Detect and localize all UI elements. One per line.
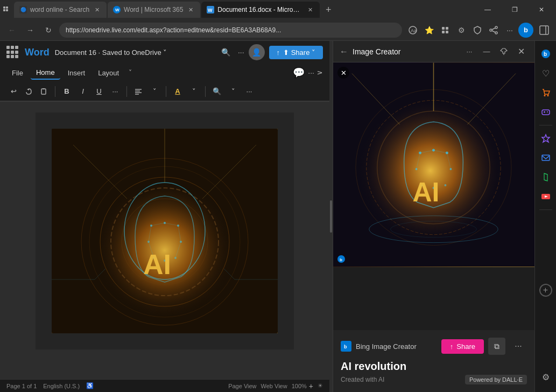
doc-image[interactable]: AI [52,129,278,333]
menu-file[interactable]: File [6,67,29,79]
sidebar-icon-games[interactable] [537,103,554,121]
panel-back-button[interactable]: ← [340,47,348,57]
shield-icon[interactable] [470,23,485,38]
brightness-icon[interactable]: ☀ [318,382,323,389]
panel-share-button[interactable]: ↑ Share [441,339,484,354]
sidebar-toggle[interactable] [537,23,552,38]
bold-button[interactable]: B [60,85,74,99]
share-button[interactable]: ↑ ⬆ Share ˅ [269,46,323,59]
svg-text:b: b [344,344,347,349]
sidebar-icon-copilot[interactable]: b [537,45,554,62]
minimize-button[interactable]: — [475,2,500,18]
tab-bar-right: — ❐ ✕ [475,2,554,18]
svg-point-92 [547,111,548,113]
align-dropdown[interactable]: ˅ [147,85,161,99]
doc-page: AI [36,113,294,349]
bing-copilot-icon[interactable]: b [518,23,533,38]
underline-button[interactable]: U [92,85,106,99]
clipboard-button[interactable] [37,85,51,99]
image-creator-panel: ← Image Creator ··· — ✕ [333,41,534,392]
web-view-btn[interactable]: Web View [261,383,287,389]
font-color-button[interactable]: A [171,85,185,99]
sidebar-icon-youtube[interactable] [537,188,554,205]
maximize-button[interactable]: ❐ [502,2,527,18]
zoom-level: 100% [292,383,307,389]
panel-more-button[interactable]: ··· [462,45,476,59]
comment-button[interactable]: 💬 [293,67,305,79]
font-color-dropdown[interactable]: ˅ [187,85,201,99]
panel-header-actions: ··· — ✕ [462,45,528,59]
find-button[interactable]: 🔍 [210,85,224,99]
new-tab-button[interactable]: + [321,2,336,17]
address-bar: ← → ↻ Aa ⭐ ⚙ ··· b [0,19,556,41]
tab-close-3[interactable]: ✕ [306,5,314,14]
star-icon[interactable]: ⭐ [421,23,437,38]
sidebar-icon-shopping[interactable] [537,84,554,101]
panel-close-button[interactable]: ✕ [514,45,528,59]
tab-document16[interactable]: W Document 16.docx - Microsoft W... ✕ [201,2,320,18]
svg-line-17 [492,28,495,30]
sidebar-icon-favorites[interactable]: ♡ [537,65,554,82]
separator-3 [166,86,166,97]
tab-close-2[interactable]: ✕ [186,5,195,14]
svg-text:Aa: Aa [411,28,417,33]
sidebar-settings-icon[interactable]: ⚙ [537,368,554,386]
panel-minimize-button[interactable]: — [480,45,494,59]
more-format-button[interactable]: ··· [108,85,122,99]
redo-button[interactable] [22,85,36,99]
refresh-button[interactable]: ↻ [41,23,56,38]
svg-text:b: b [340,257,342,262]
address-input[interactable] [59,23,402,38]
sidebar-icon-mail[interactable] [537,149,554,166]
panel-ai-image[interactable]: AI ✕ b [333,62,534,267]
sidebar-add-button[interactable]: + [539,284,552,297]
tab-word-search[interactable]: 🔵 word online - Search ✕ [14,2,107,18]
panel-title: Image Creator [353,47,458,56]
panel-pin-button[interactable] [497,45,511,59]
back-button[interactable]: ← [4,23,19,38]
svg-point-93 [547,113,547,113]
svg-point-67 [449,168,452,170]
more-options-button[interactable]: ··· [238,48,244,57]
close-window-button[interactable]: ✕ [529,2,554,18]
italic-button[interactable]: I [76,85,90,99]
page-view-btn[interactable]: Page View [228,383,256,389]
menu-more[interactable]: ˅ [129,69,132,76]
menu-layout[interactable]: Layout [93,67,124,79]
close-image-button[interactable]: ✕ [337,67,349,79]
menu-insert[interactable]: Insert [62,67,91,79]
apps-grid-icon[interactable] [6,46,19,59]
window-grid-icon[interactable] [2,5,11,14]
word-header: Word Document 16 · Saved to OneDrive ˅ 🔍… [0,41,329,102]
more-tools-button[interactable]: ··· [242,85,256,99]
undo-button[interactable]: ↩ [6,85,20,99]
panel-options-button[interactable]: ··· [510,338,527,355]
doc-title[interactable]: Document 16 · Saved to OneDrive ˅ [55,48,167,57]
editor-more-button[interactable]: ··· [308,68,314,77]
align-button[interactable] [131,85,145,99]
profile-icon[interactable]: Aa [405,23,420,38]
find-dropdown[interactable]: ˅ [226,85,240,99]
zoom-in-button[interactable]: + [309,382,313,390]
scrollbar-thumb[interactable] [330,200,332,233]
extension-icon[interactable] [438,23,453,38]
share-icon: ↑ [277,48,280,57]
sidebar-icon-maps[interactable] [537,169,554,186]
share-browser-icon[interactable] [486,23,501,38]
forward-button[interactable]: → [23,23,38,38]
svg-rect-2 [3,9,5,11]
panel-copy-button[interactable]: ⧉ [488,338,505,355]
tab-microsoft365[interactable]: W Word | Microsoft 365 ✕ [108,2,200,18]
svg-line-96 [544,180,547,181]
menu-home[interactable]: Home [31,66,60,80]
settings-icon[interactable]: ⚙ [454,23,469,38]
sidebar-icon-copilot2[interactable] [537,130,554,147]
search-button[interactable]: 🔍 [219,45,234,60]
more-browser-icon[interactable]: ··· [502,23,517,38]
doc-content[interactable]: AI [0,102,329,379]
zoom-controls: 100% + [292,382,313,390]
format-toolbar: ↩ [0,82,329,101]
collapse-ribbon-button[interactable]: ∧ [316,70,325,75]
tab-close-1[interactable]: ✕ [93,5,101,14]
user-avatar[interactable]: 👤 [249,44,265,60]
